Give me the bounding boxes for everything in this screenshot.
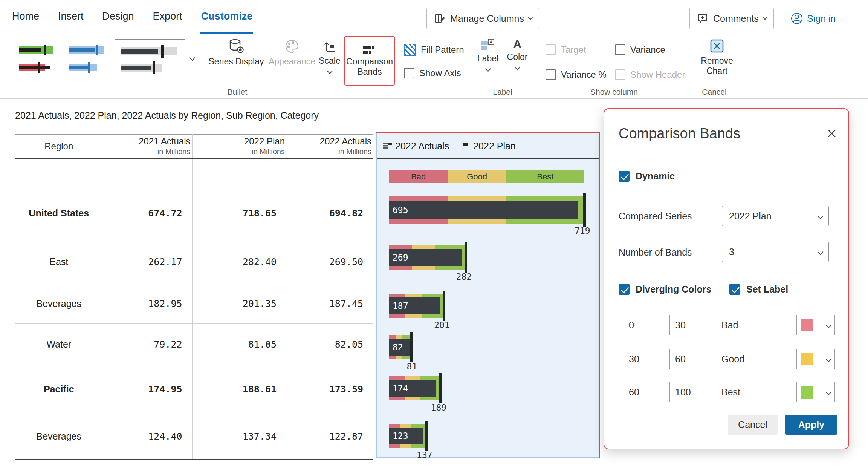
table-row: Pacific174.95188.61173.59 (15, 365, 373, 414)
band-to-input[interactable] (669, 315, 709, 335)
band-label-input[interactable] (716, 315, 792, 335)
scale-button[interactable]: Scale (317, 38, 342, 73)
thumb-bar (69, 66, 89, 69)
comparison-bands-icon (362, 44, 377, 55)
plan-tick-marker (583, 193, 586, 227)
actual-bar[interactable]: 269 (389, 249, 462, 266)
band-to-input[interactable] (669, 349, 709, 369)
table-row: East262.17282.40269.50 (15, 240, 373, 284)
label-button[interactable]: A Label (475, 38, 500, 71)
sign-in-label: Sign in (807, 13, 836, 24)
variance-checkbox[interactable]: Variance (615, 44, 665, 55)
svg-text:A: A (490, 40, 493, 44)
band-label-input[interactable] (716, 382, 792, 402)
band-color-dropdown[interactable] (796, 382, 835, 402)
value-cell: 137.34 (192, 414, 286, 460)
band-from-input[interactable] (623, 315, 663, 335)
checkbox-unchecked-icon (615, 69, 625, 80)
table-row: Beverages182.95201.35187.45 (15, 284, 373, 324)
label-button-label: Label (477, 54, 498, 64)
chart-style-option-1[interactable] (15, 39, 61, 80)
appearance-label: Appearance (269, 57, 315, 67)
value-cell: 173.59 (286, 365, 373, 414)
actual-bar[interactable]: 174 (389, 380, 436, 397)
thumb-tick (96, 45, 98, 55)
variance-pct-checkbox[interactable]: Variance % (546, 69, 607, 80)
band-color-dropdown[interactable] (796, 315, 835, 335)
tab-home[interactable]: Home (11, 0, 40, 34)
chevron-down-icon (826, 389, 832, 395)
thumb-tick (38, 62, 40, 73)
color-button[interactable]: A Color (505, 38, 530, 69)
actual-bar[interactable]: 123 (389, 428, 423, 444)
show-header-checkbox: Show Header (615, 69, 685, 80)
show-header-label: Show Header (630, 69, 685, 80)
thumb-bar (19, 48, 41, 52)
actual-value-label: 695 (389, 205, 408, 215)
band-from-input[interactable] (623, 382, 663, 402)
tab-customize[interactable]: Customize (200, 0, 254, 34)
column-header-region: Region (15, 135, 103, 158)
chevron-down-icon (763, 15, 767, 20)
group-label-show-column: Show column (590, 87, 638, 97)
show-axis-checkbox[interactable]: Show Axis (404, 68, 461, 78)
region-cell: Beverages (15, 414, 103, 460)
actual-bar[interactable]: 82 (389, 339, 411, 356)
fill-pattern-button[interactable]: Fill Pattern (404, 44, 464, 56)
actual-bar[interactable]: 187 (389, 297, 440, 314)
group-separator (471, 38, 471, 88)
bullet-chart-panel[interactable]: 2022 Actuals 2022 Plan BadGoodBest 69571… (376, 132, 600, 458)
band-color-swatch (801, 386, 813, 399)
value-cell: 201.35 (192, 284, 286, 324)
comment-add-icon (697, 12, 709, 25)
thumb-bar (69, 48, 95, 52)
band-to-input[interactable] (669, 382, 709, 402)
remove-chart-button[interactable]: Remove Chart (696, 38, 738, 76)
tab-insert[interactable]: Insert (57, 0, 84, 34)
page-title: 2021 Actuals, 2022 Plan, 2022 Actuals by… (15, 110, 319, 121)
value-cell: 122.87 (286, 414, 373, 460)
value-cell: 282.40 (192, 240, 286, 284)
remove-chart-icon (709, 38, 724, 54)
series-display-label: Series Display (209, 57, 264, 67)
tab-design[interactable]: Design (102, 0, 135, 34)
band-color-dropdown[interactable] (796, 349, 835, 369)
thumb-bar (121, 66, 151, 70)
target-label: Target (561, 44, 586, 55)
checkbox-unchecked-icon (546, 69, 556, 80)
value-cell: 182.95 (103, 284, 192, 324)
group-separator (738, 38, 738, 88)
region-cell: United States (15, 187, 103, 240)
comments-button[interactable]: Comments (689, 8, 774, 29)
band-color-swatch (801, 353, 813, 365)
checkbox-unchecked-icon (546, 44, 556, 55)
ribbon-toolbar: Series Display Appearance Scale (0, 34, 868, 99)
series-display-icon (228, 38, 245, 54)
band-label-input[interactable] (716, 349, 792, 369)
value-cell: 81.05 (192, 324, 286, 365)
sign-in-button[interactable]: Sign in (790, 8, 836, 29)
series-display-button[interactable]: Series Display (208, 38, 265, 67)
manage-columns-button[interactable]: Manage Columns (426, 8, 539, 29)
band-from-input[interactable] (623, 349, 663, 369)
comparison-bands-button[interactable]: Comparison Bands (344, 36, 395, 86)
apply-button[interactable]: Apply (785, 415, 837, 435)
chart-style-option-2[interactable] (65, 39, 111, 80)
plan-value-label: 81 (379, 362, 417, 371)
tab-export[interactable]: Export (152, 0, 183, 34)
value-cell: 718.65 (192, 187, 286, 240)
fill-pattern-icon (404, 44, 416, 56)
actual-value-label: 269 (389, 253, 408, 262)
region-cell: East (15, 240, 103, 284)
actual-value-label: 174 (389, 383, 408, 393)
gallery-expand-chevron[interactable] (189, 55, 196, 61)
manage-columns-label: Manage Columns (450, 13, 524, 24)
checkbox-unchecked-icon (615, 44, 625, 55)
column-header-2022-plan: 2022 Plan in Millions (192, 135, 286, 158)
chart-style-option-3-selected[interactable] (115, 39, 185, 80)
comparison-bands-dialog: Comparison Bands Dynamic Compared Series… (604, 108, 849, 449)
actual-bar[interactable]: 695 (389, 201, 578, 219)
group-separator (693, 38, 693, 88)
cancel-button[interactable]: Cancel (728, 415, 778, 435)
variance-label: Variance (630, 44, 665, 55)
